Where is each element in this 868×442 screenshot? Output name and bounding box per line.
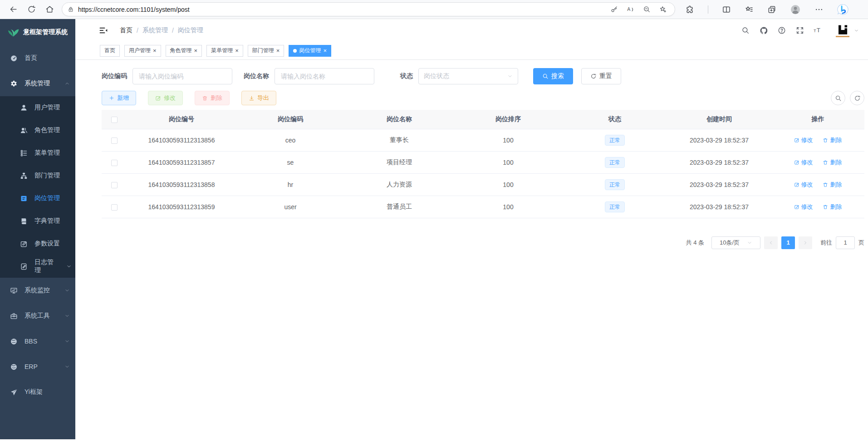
row-checkbox[interactable] <box>111 138 118 144</box>
address-bar[interactable]: https://ccnetcore.com:1101/system/post A <box>62 2 675 16</box>
row-delete-link[interactable]: 删除 <box>823 181 842 189</box>
search-button[interactable]: 搜索 <box>533 68 573 84</box>
table-row[interactable]: 1641030593112313857 se 项目经理 100 正常 2023-… <box>102 151 864 173</box>
tab-role-mgmt[interactable]: 角色管理 × <box>166 45 202 57</box>
favorites-button[interactable] <box>745 5 754 14</box>
row-edit-link[interactable]: 修改 <box>794 203 813 211</box>
sidebar-item-yi-framework[interactable]: Yi框架 <box>0 379 75 405</box>
row-delete-link[interactable]: 删除 <box>823 203 842 211</box>
extensions-button[interactable] <box>685 5 694 14</box>
table-row[interactable]: 1641030593112313858 hr 人力资源 100 正常 2023-… <box>102 173 864 196</box>
zoom-out-button[interactable] <box>640 3 653 16</box>
row-edit-link[interactable]: 修改 <box>794 181 813 189</box>
read-aloud-button[interactable]: A <box>624 3 637 16</box>
cell-post-code: hr <box>236 173 345 196</box>
close-icon[interactable]: × <box>235 48 239 54</box>
row-edit-link[interactable]: 修改 <box>794 136 813 144</box>
row-edit-link[interactable]: 修改 <box>794 158 813 167</box>
close-icon[interactable]: × <box>194 48 198 54</box>
profile-button[interactable] <box>790 4 801 15</box>
breadcrumb-system[interactable]: 系统管理 <box>142 26 168 34</box>
add-favorite-button[interactable] <box>657 3 669 16</box>
sidebar-item-bbs[interactable]: BBS <box>0 329 75 354</box>
row-checkbox[interactable] <box>111 182 118 188</box>
sidebar-label: 部门管理 <box>34 172 60 180</box>
refresh-table-button[interactable] <box>850 91 864 105</box>
user-avatar[interactable] <box>836 24 849 37</box>
sidebar-item-monitor[interactable]: 系统监控 <box>0 278 75 303</box>
add-button[interactable]: 新增 <box>102 91 136 105</box>
export-button-label: 导出 <box>257 94 269 102</box>
breadcrumb-home[interactable]: 首页 <box>120 26 132 34</box>
fullscreen-button[interactable] <box>794 25 806 36</box>
post-code-input[interactable] <box>132 68 232 84</box>
sidebar-item-menu-mgmt[interactable]: 菜单管理 <box>0 142 75 164</box>
page-size-select[interactable]: 10条/页 <box>711 236 760 249</box>
tab-post-mgmt[interactable]: 岗位管理 × <box>289 45 331 57</box>
help-button[interactable] <box>776 25 788 36</box>
sidebar-item-dict-mgmt[interactable]: 字典管理 <box>0 210 75 232</box>
sidebar-item-dept-mgmt[interactable]: 部门管理 <box>0 164 75 187</box>
tab-user-mgmt[interactable]: 用户管理 × <box>124 45 161 57</box>
profile-avatar <box>790 4 801 15</box>
cell-created: 2023-03-29 18:52:37 <box>667 173 771 196</box>
goto-page-input[interactable] <box>836 236 855 249</box>
delete-button[interactable]: 删除 <box>195 91 230 105</box>
font-size-button[interactable]: TT <box>812 25 824 36</box>
app-logo[interactable]: 意框架管理系统 <box>0 19 75 45</box>
row-delete-link[interactable]: 删除 <box>823 158 842 167</box>
sidebar-item-user-mgmt[interactable]: 用户管理 <box>0 96 75 119</box>
tab-menu-mgmt[interactable]: 菜单管理 × <box>206 45 243 57</box>
home-button[interactable] <box>42 2 57 17</box>
settings-more-button[interactable] <box>814 5 824 14</box>
header-search-button[interactable] <box>740 25 751 36</box>
row-delete-link[interactable]: 删除 <box>823 136 842 144</box>
fullscreen-icon <box>796 26 804 34</box>
close-icon[interactable]: × <box>323 48 327 54</box>
close-icon[interactable]: × <box>153 48 157 54</box>
sidebar-item-erp[interactable]: ERP <box>0 354 75 379</box>
table-row[interactable]: 1641030593112313856 ceo 董事长 100 正常 2023-… <box>102 129 864 151</box>
sidebar-item-tools[interactable]: 系统工具 <box>0 303 75 329</box>
avatar-caret-button[interactable] <box>854 28 859 33</box>
cell-post-code: ceo <box>236 129 345 151</box>
sidebar-item-system[interactable]: 系统管理 <box>0 71 75 96</box>
home-icon <box>45 5 54 14</box>
back-button[interactable] <box>5 2 21 17</box>
show-search-button[interactable] <box>831 91 845 105</box>
sidebar-item-param-settings[interactable]: 参数设置 <box>0 232 75 255</box>
row-checkbox[interactable] <box>111 160 118 166</box>
sidebar-item-log-mgmt[interactable]: 日志管理 <box>0 255 75 278</box>
close-icon[interactable]: × <box>276 48 280 54</box>
reload-button[interactable] <box>24 2 39 17</box>
row-checkbox[interactable] <box>111 204 118 211</box>
export-button[interactable]: 导出 <box>241 91 276 105</box>
page-number-button[interactable]: 1 <box>781 236 795 249</box>
github-button[interactable] <box>758 25 770 36</box>
modify-button-label: 修改 <box>164 94 176 102</box>
post-name-input[interactable] <box>275 68 374 84</box>
split-screen-button[interactable] <box>722 5 731 14</box>
tab-home[interactable]: 首页 <box>100 45 120 57</box>
table-row[interactable]: 1641030593112313859 user 普通员工 100 正常 202… <box>102 196 864 218</box>
modify-button[interactable]: 修改 <box>148 91 183 105</box>
url-text[interactable]: https://ccnetcore.com:1101/system/post <box>78 6 604 13</box>
next-page-button[interactable] <box>799 236 812 249</box>
prev-page-button[interactable] <box>764 236 778 249</box>
split-screen-icon <box>722 5 731 14</box>
browser-toolbar-right <box>685 4 849 15</box>
reset-button[interactable]: 重置 <box>581 68 621 84</box>
delete-link-label: 删除 <box>830 181 842 189</box>
sidebar-toggle-button[interactable] <box>99 26 108 35</box>
status-select[interactable]: 岗位状态 <box>418 68 518 84</box>
select-all-checkbox[interactable] <box>111 117 118 123</box>
password-button[interactable] <box>608 3 620 16</box>
key-icon <box>610 5 618 13</box>
collections-button[interactable] <box>767 5 776 14</box>
copilot-button[interactable] <box>837 4 849 15</box>
sidebar-item-role-mgmt[interactable]: 角色管理 <box>0 119 75 142</box>
tab-dept-mgmt[interactable]: 部门管理 × <box>248 45 284 57</box>
chevron-down-icon <box>747 240 752 246</box>
sidebar-item-post-mgmt[interactable]: 岗位管理 <box>0 187 75 210</box>
sidebar-item-home[interactable]: 首页 <box>0 45 75 71</box>
